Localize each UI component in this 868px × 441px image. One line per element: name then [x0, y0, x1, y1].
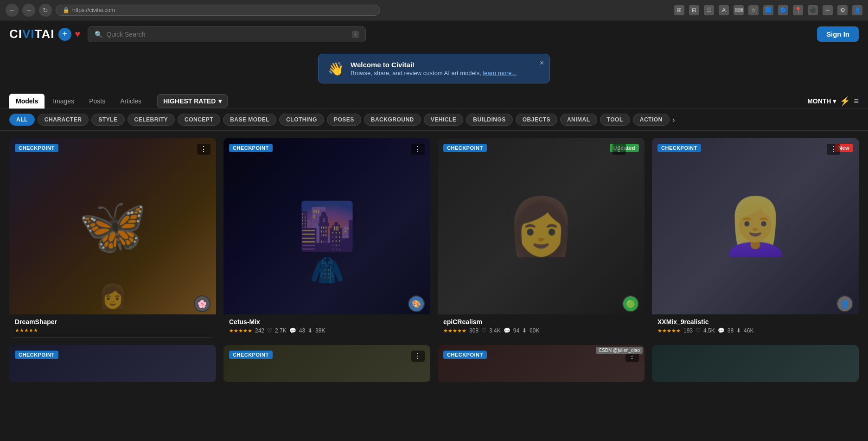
filter-chevron-icon: ▾: [218, 97, 222, 105]
menu-icon[interactable]: ☰: [704, 5, 714, 15]
card-cetus-mix[interactable]: 🌆 🧥 CHECKPOINT ⋮ 🎨 Cetus-Mix ★★★★★ 242 ♡…: [223, 138, 430, 338]
card-badge-dream-shaper: CHECKPOINT: [15, 144, 58, 152]
profile-icon[interactable]: 👤: [852, 5, 862, 15]
grid-icon[interactable]: ⊟: [689, 5, 699, 15]
welcome-text: Welcome to Civitai! Browse, share, and r…: [351, 61, 517, 77]
browser-chrome: ← → ↻ 🔒 https://civitai.com ⊞ ⊟ ☰ A ⌨ ☆ …: [0, 0, 868, 20]
tab-models[interactable]: Models: [9, 94, 45, 109]
welcome-description: Browse, share, and review custom AI art …: [351, 70, 517, 77]
ext3-icon[interactable]: 📍: [793, 5, 803, 15]
card-menu-cetus-mix[interactable]: ⋮: [411, 144, 425, 155]
ext2-icon[interactable]: 🔵: [778, 5, 788, 15]
card-footer-cetus-mix: Cetus-Mix ★★★★★ 242 ♡ 2.7K 💬 43 ⬇ 38K: [223, 314, 430, 338]
welcome-emoji: 👋: [328, 61, 344, 77]
stars-cetus-mix: ★★★★★: [229, 328, 252, 334]
card-footer-xxmix: XXMix_9realistic ★★★★★ 193 ♡ 4.5K 💬 38 ⬇…: [652, 314, 859, 338]
card-badge-row2-3: CHECKPOINT: [443, 351, 487, 359]
card-row2-3[interactable]: CHECKPOINT ⋮ CSDN @julien_qiao: [438, 345, 645, 382]
month-filter-button[interactable]: MONTH ▾: [807, 97, 836, 105]
cat-base-model[interactable]: BASE MODEL: [223, 114, 276, 126]
card-title-dream-shaper: DreamShaper: [15, 318, 211, 326]
filter-options-button[interactable]: ⚡: [840, 96, 850, 106]
cat-all[interactable]: ALL: [9, 114, 35, 126]
back-button[interactable]: ←: [6, 4, 19, 17]
stars-dream-shaper: ★★★★★: [15, 327, 38, 333]
font-icon[interactable]: A: [719, 5, 729, 15]
tab-images[interactable]: Images: [46, 94, 81, 109]
downloads-xxmix: 46K: [744, 327, 753, 334]
welcome-banner: 👋 Welcome to Civitai! Browse, share, and…: [318, 54, 550, 83]
cat-clothing[interactable]: CLOTHING: [279, 114, 324, 126]
downloads-cetus: 38K: [315, 327, 325, 334]
card-xxmix[interactable]: 👱‍♀️ CHECKPOINT New ⋮ 👤 XXMix_9realistic…: [652, 138, 859, 338]
learn-more-link[interactable]: learn more...: [483, 70, 517, 77]
likes-epic: 3.4K: [489, 327, 501, 334]
cat-animal[interactable]: ANIMAL: [560, 114, 597, 126]
like-icon-xxmix: ♡: [696, 327, 701, 334]
tab-posts[interactable]: Posts: [83, 94, 112, 109]
cat-buildings[interactable]: BUILDINGS: [466, 114, 513, 126]
filter-dropdown[interactable]: HIGHEST RATED ▾: [157, 94, 228, 108]
cat-style[interactable]: STYLE: [91, 114, 124, 126]
card-stats-cetus-mix: ★★★★★ 242 ♡ 2.7K 💬 43 ⬇ 38K: [229, 327, 425, 334]
ext1-icon[interactable]: 🟦: [763, 5, 773, 15]
site-header: CIVITAI + ♥ 🔍 / Sign In: [0, 20, 868, 48]
ext5-icon[interactable]: →: [823, 5, 833, 15]
likes-xxmix: 4.5K: [703, 327, 715, 334]
card-badge-row2-1: CHECKPOINT: [15, 351, 58, 359]
refresh-button[interactable]: ↻: [39, 4, 52, 17]
search-bar[interactable]: 🔍 /: [88, 26, 366, 42]
card-menu-epicrealism[interactable]: ⋮: [613, 144, 626, 155]
cat-objects[interactable]: OBJECTS: [516, 114, 557, 126]
downloads-epic: 60K: [530, 327, 539, 334]
card-title-cetus-mix: Cetus-Mix: [229, 318, 425, 326]
sign-in-button[interactable]: Sign In: [817, 26, 859, 42]
cat-tool[interactable]: TOOL: [600, 114, 630, 126]
card-footer-epicrealism: epiCRealism ★★★★★ 308 ♡ 3.4K 💬 94 ⬇ 60K: [438, 314, 645, 338]
add-model-button[interactable]: +: [58, 28, 71, 41]
card-menu-dream-shaper[interactable]: ⋮: [197, 144, 211, 155]
like-icon-cetus: ♡: [267, 327, 272, 334]
tab-articles[interactable]: Articles: [114, 94, 148, 109]
url-bar[interactable]: 🔒 https://civitai.com: [56, 5, 380, 16]
card-badge-xxmix: CHECKPOINT: [657, 144, 701, 152]
cat-poses[interactable]: POSES: [327, 114, 361, 126]
tab-icon[interactable]: ⊞: [674, 5, 684, 15]
search-icon: 🔍: [95, 31, 102, 38]
cat-vehicle[interactable]: VEHICLE: [424, 114, 464, 126]
cat-character[interactable]: CHARACTER: [38, 114, 89, 126]
rating-count-epic: 308: [469, 327, 479, 334]
card-dream-shaper[interactable]: 🦋 👩 CHECKPOINT ⋮ 🌸 DreamShaper ★★★★★: [9, 138, 216, 338]
csdn-label: CSDN @julien_qiao: [596, 347, 643, 354]
cat-more-button[interactable]: ›: [672, 115, 675, 125]
download-icon-xxmix: ⬇: [736, 327, 741, 334]
card-epicrealism[interactable]: 👩 CHECKPOINT Updated ⋮ 🟢 epiCRealism ★★★…: [438, 138, 645, 338]
logo: CIVITAI: [9, 27, 55, 41]
card-stats-epicrealism: ★★★★★ 308 ♡ 3.4K 💬 94 ⬇ 60K: [443, 327, 639, 334]
url-text: https://civitai.com: [72, 7, 115, 13]
ext4-icon[interactable]: ⚫: [808, 5, 818, 15]
card-avatar-xxmix: 👤: [836, 295, 853, 312]
card-menu-row2-2[interactable]: ⋮: [411, 351, 425, 362]
forward-button[interactable]: →: [22, 4, 35, 17]
layout-toggle-button[interactable]: ≡: [854, 96, 859, 106]
banner-close-button[interactable]: ×: [540, 59, 544, 67]
card-row2-1[interactable]: CHECKPOINT: [9, 345, 216, 382]
cat-background[interactable]: BACKGROUND: [364, 114, 421, 126]
card-menu-xxmix[interactable]: ⋮: [827, 144, 840, 155]
card-row2-2[interactable]: CHECKPOINT ⋮: [223, 345, 430, 382]
star-icon[interactable]: ☆: [748, 5, 759, 15]
search-input[interactable]: [106, 31, 348, 38]
translate-icon[interactable]: ⌨: [734, 5, 744, 15]
cat-action[interactable]: ACTION: [633, 114, 670, 126]
filter-label: HIGHEST RATED: [163, 97, 216, 105]
card-row2-4[interactable]: [652, 345, 859, 382]
card-avatar-dream-shaper: 🌸: [194, 295, 211, 312]
cat-concept[interactable]: CONCEPT: [178, 114, 220, 126]
cat-celebrity[interactable]: CELEBRITY: [128, 114, 175, 126]
settings-icon[interactable]: ⚙: [837, 5, 848, 15]
comment-icon-epic: 💬: [504, 327, 511, 334]
favorites-icon[interactable]: ♥: [75, 29, 81, 39]
comment-icon-cetus: 💬: [289, 327, 296, 334]
card-badge-cetus-mix: CHECKPOINT: [229, 144, 273, 152]
